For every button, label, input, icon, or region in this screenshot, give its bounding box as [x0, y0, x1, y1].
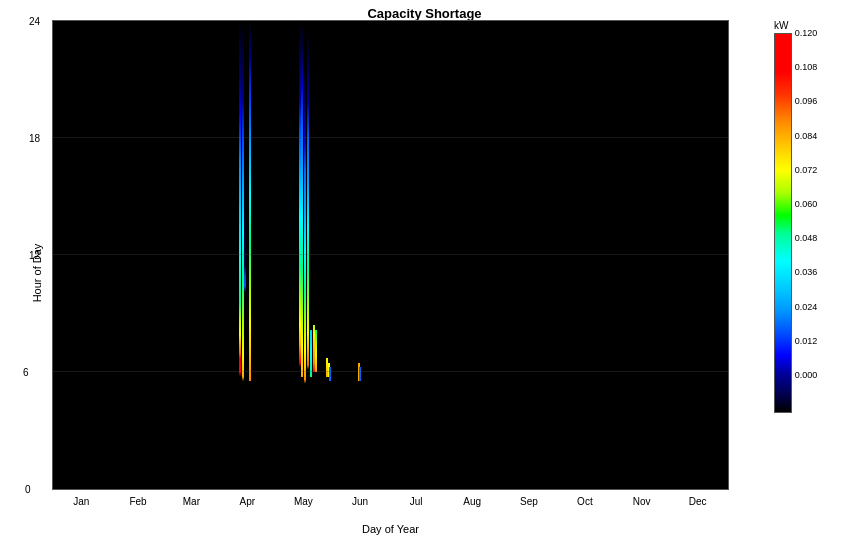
cb-tick-0084: 0.084 — [795, 131, 818, 141]
may-col-3 — [304, 68, 306, 489]
cb-tick-0120: 0.120 — [795, 28, 818, 38]
grid-line-18 — [53, 137, 728, 138]
x-tick-apr: Apr — [240, 496, 256, 507]
x-tick-mar: Mar — [183, 496, 200, 507]
chart-title: Capacity Shortage — [367, 6, 481, 21]
y-tick-18: 18 — [29, 133, 40, 144]
grid-line-12 — [53, 254, 728, 255]
x-tick-nov: Nov — [633, 496, 651, 507]
x-tick-feb: Feb — [129, 496, 146, 507]
chart-container: Capacity Shortage Hour of Day Day of Yea… — [0, 0, 849, 545]
x-tick-dec: Dec — [689, 496, 707, 507]
cb-tick-0012: 0.012 — [795, 336, 818, 346]
may-col-7 — [315, 330, 317, 372]
x-tick-oct: Oct — [577, 496, 593, 507]
x-tick-jul: Jul — [410, 496, 423, 507]
y-tick-6: 6 — [23, 367, 29, 378]
cb-tick-0000: 0.000 — [795, 370, 818, 380]
cb-tick-0072: 0.072 — [795, 165, 818, 175]
x-tick-jan: Jan — [73, 496, 89, 507]
cb-tick-0024: 0.024 — [795, 302, 818, 312]
y-tick-12: 12 — [29, 250, 40, 261]
jun-col-2 — [359, 367, 361, 381]
y-tick-0: 0 — [25, 484, 31, 495]
may-col-2 — [301, 21, 303, 377]
may-col-5 — [310, 330, 312, 377]
cb-tick-0108: 0.108 — [795, 62, 818, 72]
may-late-col-3 — [329, 367, 331, 381]
apr-col-blue — [244, 161, 246, 489]
apr-col-1 — [239, 21, 241, 489]
cb-tick-0048: 0.048 — [795, 233, 818, 243]
may-col-4 — [307, 30, 309, 489]
x-axis-label: Day of Year — [52, 523, 729, 535]
grid-line-6 — [53, 371, 728, 372]
cb-tick-0096: 0.096 — [795, 96, 818, 106]
x-tick-may: May — [294, 496, 313, 507]
cb-tick-0060: 0.060 — [795, 199, 818, 209]
x-tick-sep: Sep — [520, 496, 538, 507]
cb-tick-0036: 0.036 — [795, 267, 818, 277]
chart-area: 0 6 12 18 24 Jan Feb Mar Apr May Jun Jul… — [52, 20, 729, 490]
y-tick-24: 24 — [29, 16, 40, 27]
x-tick-jun: Jun — [352, 496, 368, 507]
colorbar: kW 0.120 0.108 0.096 0.084 0.072 0.060 0… — [774, 20, 834, 413]
colorbar-gradient — [774, 33, 792, 413]
apr-col-3 — [249, 21, 251, 381]
x-tick-aug: Aug — [463, 496, 481, 507]
